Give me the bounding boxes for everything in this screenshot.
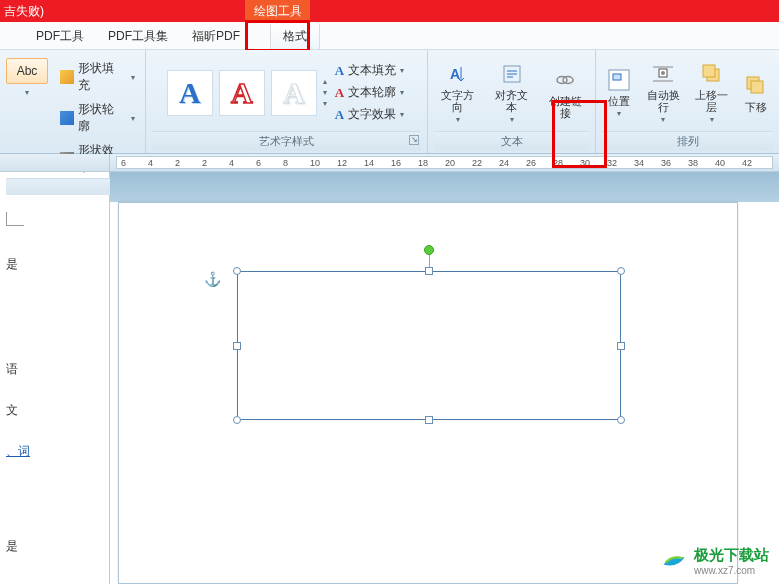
ruler-tick: 8	[283, 158, 288, 168]
resize-handle-bl[interactable]	[233, 416, 241, 424]
pencil-icon	[60, 111, 74, 125]
text-effect-icon: A	[335, 107, 344, 123]
tab-format-highlight	[245, 20, 310, 52]
horizontal-ruler[interactable]: 6422468101214161820222426283032343638404…	[116, 156, 773, 169]
wordart-preset-1[interactable]: A	[167, 70, 213, 116]
wrap-text-button[interactable]: 自动换行▾	[642, 59, 685, 126]
scroll-down-icon[interactable]: ▾	[323, 88, 327, 97]
group-arrange-label: 排列	[602, 131, 773, 151]
resize-handle-tm[interactable]	[425, 267, 433, 275]
svg-text:A: A	[450, 66, 460, 82]
document-page[interactable]: ⚓	[118, 202, 738, 584]
ruler-tick: 38	[688, 158, 698, 168]
wordart-preset-2[interactable]: A	[219, 70, 265, 116]
ruler-tick: 36	[661, 158, 671, 168]
anchor-icon: ⚓	[204, 271, 221, 287]
ruler-tick: 26	[526, 158, 536, 168]
ruler-tick: 4	[148, 158, 153, 168]
ruler-tick: 12	[337, 158, 347, 168]
ruler-tick: 34	[634, 158, 644, 168]
wrap-icon	[650, 61, 676, 87]
gallery-more-icon[interactable]: ▾	[323, 99, 327, 108]
text-effect-button[interactable]: A文字效果▾	[333, 105, 406, 124]
text-direction-button[interactable]: A 文字方向▾	[434, 59, 482, 126]
tab-unknown[interactable]	[0, 41, 24, 49]
nav-item[interactable]: 文	[6, 402, 103, 419]
wordart-preset-3[interactable]: A	[271, 70, 317, 116]
launcher-icon[interactable]: ↘	[409, 135, 419, 145]
create-link-highlight	[552, 100, 607, 168]
group-wordart-label: 艺术字样式↘	[152, 131, 421, 151]
ruler-tick: 40	[715, 158, 725, 168]
group-shape-style: Abc ▾ 形状填充▾ 形状轮廓▾ 形状效果▾ ↘	[0, 50, 146, 153]
group-wordart: A A A ▴ ▾ ▾ A文本填充▾ A文本轮廓▾ A文字效果▾ 艺术字样式↘	[146, 50, 428, 153]
ruler-tick: 14	[364, 158, 374, 168]
rotation-handle[interactable]	[424, 245, 434, 255]
position-icon	[606, 67, 632, 93]
workspace: 是 语 文 、词 是 ⚓	[0, 172, 779, 584]
watermark-logo-icon	[660, 547, 688, 575]
resize-handle-tr[interactable]	[617, 267, 625, 275]
ruler-area: 6422468101214161820222426283032343638404…	[0, 154, 779, 172]
watermark: 极光下载站 www.xz7.com	[660, 546, 769, 576]
tab-foxit-pdf[interactable]: 福昕PDF	[180, 24, 252, 49]
watermark-url: www.xz7.com	[694, 565, 769, 576]
resize-handle-tl[interactable]	[233, 267, 241, 275]
selected-shape[interactable]	[229, 263, 629, 428]
text-fill-icon: A	[335, 63, 344, 79]
context-tab-drawing[interactable]: 绘图工具	[245, 0, 310, 22]
position-button[interactable]: 位置▾	[602, 65, 636, 120]
align-text-icon	[499, 61, 525, 87]
ruler-tick: 16	[391, 158, 401, 168]
page-area[interactable]: ⚓	[110, 172, 779, 584]
text-direction-icon: A	[445, 61, 471, 87]
ruler-tick: 18	[418, 158, 428, 168]
ruler-tick: 24	[499, 158, 509, 168]
watermark-name: 极光下载站	[694, 546, 769, 563]
shape-fill-button[interactable]: 形状填充▾	[56, 58, 139, 96]
navigation-panel: 是 语 文 、词 是	[0, 172, 110, 584]
resize-handle-bm[interactable]	[425, 416, 433, 424]
svg-rect-16	[751, 81, 763, 93]
ruler-tick: 20	[445, 158, 455, 168]
svg-point-6	[563, 76, 573, 83]
shape-rectangle[interactable]	[237, 271, 621, 420]
ruler-tick: 32	[607, 158, 617, 168]
send-backward-icon	[743, 73, 769, 99]
text-outline-button[interactable]: A文本轮廓▾	[333, 83, 406, 102]
title-suffix: 吉失败)	[4, 3, 44, 20]
scroll-up-icon[interactable]: ▴	[323, 77, 327, 86]
tab-pdf-tools[interactable]: PDF工具	[24, 24, 96, 49]
ruler-tick: 10	[310, 158, 320, 168]
resize-handle-ml[interactable]	[233, 342, 241, 350]
shape-style-preset[interactable]: Abc	[6, 58, 48, 84]
ruler-tick: 2	[175, 158, 180, 168]
resize-handle-br[interactable]	[617, 416, 625, 424]
text-fill-button[interactable]: A文本填充▾	[333, 61, 406, 80]
paint-bucket-icon	[60, 70, 74, 84]
group-arrange: 位置▾ 自动换行▾ 上移一层▾ 下移 排列	[596, 50, 779, 153]
svg-rect-14	[703, 65, 715, 77]
ruler-tick: 6	[121, 158, 126, 168]
link-icon	[552, 67, 578, 93]
bring-forward-icon	[699, 61, 725, 87]
ruler-tick: 42	[742, 158, 752, 168]
shape-outline-button[interactable]: 形状轮廓▾	[56, 99, 139, 137]
ruler-tick: 6	[256, 158, 261, 168]
tab-pdf-toolkit[interactable]: PDF工具集	[96, 24, 180, 49]
nav-item-link[interactable]: 、词	[6, 443, 103, 460]
send-backward-button[interactable]: 下移	[739, 71, 773, 115]
nav-item[interactable]: 是	[6, 256, 103, 273]
panel-corner-icon	[6, 212, 24, 226]
text-outline-icon: A	[335, 85, 344, 101]
align-text-button[interactable]: 对齐文本▾	[488, 59, 536, 126]
svg-rect-8	[613, 74, 621, 80]
ruler-tick: 4	[229, 158, 234, 168]
resize-handle-mr[interactable]	[617, 342, 625, 350]
bring-forward-button[interactable]: 上移一层▾	[691, 59, 734, 126]
titlebar: 吉失败) 绘图工具	[0, 0, 779, 22]
ribbon: Abc ▾ 形状填充▾ 形状轮廓▾ 形状效果▾ ↘ A A A ▴ ▾ ▾ A文…	[0, 50, 779, 154]
nav-item[interactable]: 语	[6, 361, 103, 378]
svg-point-10	[661, 71, 665, 75]
nav-item[interactable]: 是	[6, 538, 103, 555]
